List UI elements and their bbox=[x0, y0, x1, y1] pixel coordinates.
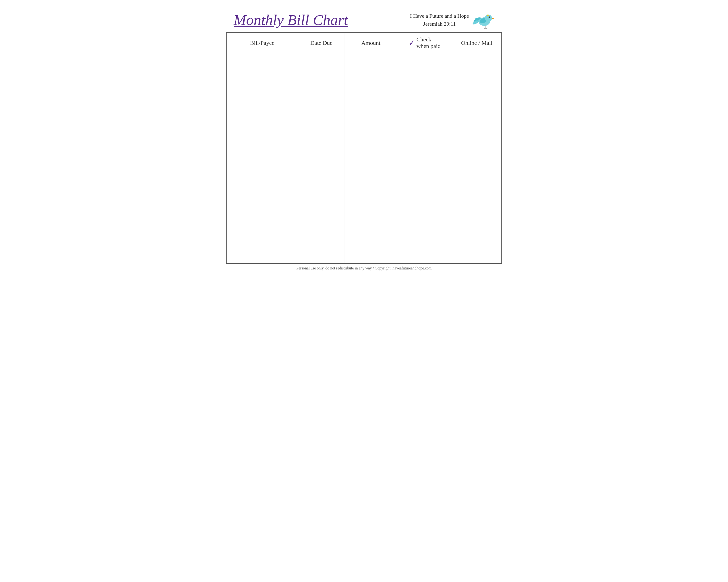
table-cell bbox=[298, 188, 345, 203]
subtitle-text: I Have a Future and a Hope Jeremiah 29:1… bbox=[410, 12, 469, 28]
table-cell bbox=[345, 158, 397, 173]
table-cell bbox=[227, 113, 298, 128]
table-cell bbox=[397, 83, 452, 98]
table-cell bbox=[397, 68, 452, 83]
table-cell bbox=[298, 113, 345, 128]
table-cell bbox=[397, 143, 452, 158]
bird-icon bbox=[473, 10, 494, 30]
table-cell bbox=[298, 248, 345, 263]
table-cell bbox=[397, 233, 452, 248]
col-header-bill-payee: Bill/Payee bbox=[227, 33, 298, 53]
table-row bbox=[227, 248, 502, 263]
table-cell bbox=[298, 233, 345, 248]
header: Monthly Bill Chart I Have a Future and a… bbox=[226, 5, 502, 33]
table-cell bbox=[452, 83, 501, 98]
table-cell bbox=[298, 218, 345, 233]
table-cell bbox=[345, 143, 397, 158]
col-header-date-due: Date Due bbox=[298, 33, 345, 53]
table-cell bbox=[452, 98, 501, 113]
table-cell bbox=[452, 188, 501, 203]
table-cell bbox=[397, 53, 452, 68]
table-cell bbox=[298, 53, 345, 68]
footer-text: Personal use only, do not redistribute i… bbox=[296, 266, 432, 270]
table-cell bbox=[298, 128, 345, 143]
table-cell bbox=[227, 128, 298, 143]
table-container: Bill/Payee Date Due Amount ✓ Check w bbox=[226, 33, 502, 263]
table-cell bbox=[452, 173, 501, 188]
table-row bbox=[227, 128, 502, 143]
col-header-check-when-paid: ✓ Check when paid bbox=[397, 33, 452, 53]
table-row bbox=[227, 233, 502, 248]
table-cell bbox=[452, 158, 501, 173]
table-cell bbox=[452, 203, 501, 218]
footer: Personal use only, do not redistribute i… bbox=[226, 263, 502, 273]
svg-line-12 bbox=[484, 28, 485, 29]
table-row bbox=[227, 158, 502, 173]
table-row bbox=[227, 53, 502, 68]
table-cell bbox=[345, 188, 397, 203]
table-cell bbox=[452, 53, 501, 68]
table-cell bbox=[345, 233, 397, 248]
table-cell bbox=[397, 188, 452, 203]
table-cell bbox=[397, 98, 452, 113]
table-cell bbox=[397, 158, 452, 173]
table-cell bbox=[227, 158, 298, 173]
table-cell bbox=[227, 68, 298, 83]
table-row bbox=[227, 188, 502, 203]
table-row bbox=[227, 143, 502, 158]
table-cell bbox=[227, 53, 298, 68]
table-cell bbox=[227, 203, 298, 218]
table-cell bbox=[397, 203, 452, 218]
col-header-amount: Amount bbox=[345, 33, 397, 53]
table-cell bbox=[298, 83, 345, 98]
svg-point-10 bbox=[487, 15, 489, 16]
table-cell bbox=[298, 98, 345, 113]
table-cell bbox=[227, 173, 298, 188]
col-header-online-mail: Online / Mail bbox=[452, 33, 501, 53]
table-cell bbox=[345, 53, 397, 68]
page-title: Monthly Bill Chart bbox=[234, 11, 348, 28]
table-row bbox=[227, 203, 502, 218]
table-cell bbox=[227, 143, 298, 158]
subtitle-line1: I Have a Future and a Hope bbox=[410, 12, 469, 20]
table-cell bbox=[345, 128, 397, 143]
table-cell bbox=[298, 68, 345, 83]
table-cell bbox=[397, 218, 452, 233]
table-cell bbox=[397, 128, 452, 143]
table-cell bbox=[452, 218, 501, 233]
check-header-content: ✓ Check when paid bbox=[400, 36, 449, 49]
table-cell bbox=[227, 218, 298, 233]
table-cell bbox=[298, 158, 345, 173]
subtitle-block: I Have a Future and a Hope Jeremiah 29:1… bbox=[410, 10, 494, 30]
table-cell bbox=[345, 218, 397, 233]
table-cell bbox=[452, 68, 501, 83]
table-row bbox=[227, 173, 502, 188]
table-row bbox=[227, 68, 502, 83]
table-cell bbox=[227, 188, 298, 203]
table-cell bbox=[452, 143, 501, 158]
table-cell bbox=[345, 98, 397, 113]
table-cell bbox=[345, 83, 397, 98]
table-cell bbox=[227, 233, 298, 248]
table-cell bbox=[397, 113, 452, 128]
subtitle-line2: Jeremiah 29:11 bbox=[410, 20, 469, 28]
table-cell bbox=[452, 248, 501, 263]
table-cell bbox=[452, 128, 501, 143]
table-cell bbox=[345, 113, 397, 128]
check-text-block: Check when paid bbox=[417, 36, 441, 49]
table-cell bbox=[298, 203, 345, 218]
table-cell bbox=[345, 173, 397, 188]
table-row bbox=[227, 98, 502, 113]
table-cell bbox=[298, 143, 345, 158]
table-cell bbox=[227, 83, 298, 98]
table-cell bbox=[452, 113, 501, 128]
table-cell bbox=[345, 248, 397, 263]
page-wrapper: Monthly Bill Chart I Have a Future and a… bbox=[226, 5, 502, 273]
bill-chart-table: Bill/Payee Date Due Amount ✓ Check w bbox=[226, 33, 502, 263]
table-cell bbox=[227, 248, 298, 263]
table-row bbox=[227, 83, 502, 98]
table-row bbox=[227, 218, 502, 233]
table-cell bbox=[227, 98, 298, 113]
table-cell bbox=[397, 248, 452, 263]
table-header-row: Bill/Payee Date Due Amount ✓ Check w bbox=[227, 33, 502, 53]
